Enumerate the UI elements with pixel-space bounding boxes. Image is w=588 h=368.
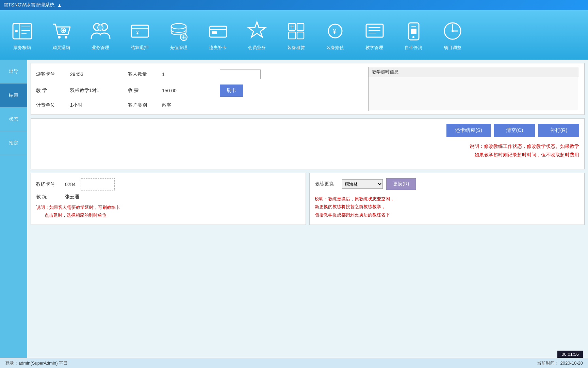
sidebar-item-exit[interactable]: 出导 (0, 60, 27, 83)
guest-count-value: 1 (162, 72, 213, 77)
customer-type-label: 客户类别 (128, 102, 155, 108)
svg-point-17 (171, 24, 186, 29)
teaching-row: 教 学 双板教学1对1 收 费 150.00 刷卡 (36, 82, 361, 99)
coach-card-label: 教练卡号 (36, 181, 60, 187)
coach-name-row: 教 练 张云通 (36, 194, 300, 200)
equipdamage-icon: ¥ (323, 19, 347, 43)
member-icon (245, 19, 269, 43)
guest-count-label: 客人数量 (128, 71, 155, 77)
nav-item-teaching[interactable]: 教学管理 (356, 13, 393, 57)
info-panel: 游客卡号 29453 客人数量 1 教 学 双板教学1对1 收 费 150.00… (31, 63, 585, 115)
guest-card-label: 游客卡号 (36, 71, 63, 77)
nav-label-purchase: 购买退销 (52, 45, 70, 51)
return-card-button[interactable]: 还卡结束(S) (446, 124, 491, 137)
svg-point-40 (412, 36, 414, 38)
topup-icon (167, 19, 191, 43)
guest-card-input[interactable] (220, 70, 261, 79)
nav-item-equiprent[interactable]: 装备租赁 (277, 13, 315, 57)
nav-label-member: 会员业务 (248, 45, 266, 51)
nav-label-selfstop: 自带停消 (405, 45, 422, 51)
nav-item-topup[interactable]: 充值管理 (160, 13, 197, 57)
unit-row: 计费单位 1小时 客户类别 散客 (36, 99, 361, 111)
nav-item-member[interactable]: 会员业务 (238, 13, 276, 57)
sidebar-item-status[interactable]: 状态 (0, 107, 27, 131)
unit-value: 1小时 (70, 102, 121, 108)
svg-point-2 (15, 30, 18, 32)
lostcard-icon (206, 19, 230, 43)
svg-rect-39 (411, 29, 416, 34)
fee-label: 收 费 (128, 88, 155, 94)
nav-label-teaching: 教学管理 (365, 45, 383, 51)
replace-select[interactable]: 康海林 (342, 179, 383, 189)
sidebar-label-exit: 出导 (9, 68, 18, 75)
coach-card-value: 0284 (65, 182, 76, 187)
teaching-label: 教 学 (36, 88, 63, 94)
nav-label-project: 项目调整 (444, 45, 461, 51)
nav-item-project[interactable]: 项目调整 (434, 13, 471, 57)
overtime-panel: 教学超时信息 (368, 67, 579, 111)
clear-button[interactable]: 清空(C) (494, 124, 535, 137)
coach-card-input[interactable] (81, 178, 115, 190)
nav-label-business: 业务管理 (92, 45, 109, 51)
replace-button[interactable]: 更换(R) (386, 178, 416, 190)
action-panel: 还卡结束(S) 清空(C) 补打(R) 说明：修改教练工作状态，修改教学状态。如… (31, 118, 585, 169)
current-time-value: 2020-10-20 (560, 361, 583, 366)
swipe-card-button[interactable]: 刷卡 (220, 85, 243, 97)
purchase-icon (49, 19, 73, 43)
reprint-button[interactable]: 补打(R) (538, 124, 579, 137)
overtime-title: 教学超时信息 (369, 67, 579, 77)
unit-label: 计费单位 (36, 102, 63, 108)
replace-label: 教练更换 (315, 181, 339, 187)
business-icon (88, 19, 112, 43)
ticket-icon (10, 19, 34, 43)
main-container: 出导 结束 状态 预定 游客卡号 29453 客人数量 1 教 (0, 60, 588, 358)
replace-panel: 教练更换 康海林 更换(R) 说明：教练更换后，原教练状态变空闲， 新更换的教练… (309, 173, 585, 225)
replace-row: 教练更换 康海林 更换(R) (315, 178, 579, 190)
svg-point-7 (65, 36, 67, 39)
equiprent-icon (284, 19, 308, 43)
svg-point-6 (58, 36, 61, 39)
svg-rect-27 (289, 32, 295, 39)
nav-label-lostcard: 遗失补卡 (209, 45, 227, 51)
svg-point-13 (98, 25, 103, 30)
nav-item-selfstop[interactable]: 自带停消 (395, 13, 432, 57)
coach-card-row: 教练卡号 0284 (36, 178, 300, 190)
sidebar-item-end[interactable]: 结束 (0, 83, 27, 107)
timer-badge: 00:01:56 (557, 351, 583, 358)
nav-label-topup: 充值管理 (170, 45, 187, 51)
nav-item-equipdamage[interactable]: ¥ 装备赔偿 (316, 13, 354, 57)
nav-item-purchase[interactable]: 购买退销 (43, 13, 80, 57)
timer-value: 00:01:56 (561, 352, 579, 357)
nav-label-checkout: 结算退押 (131, 45, 148, 51)
nav-item-checkout[interactable]: ¥ 结算退押 (121, 13, 158, 57)
content-area: 游客卡号 29453 客人数量 1 教 学 双板教学1对1 收 费 150.00… (27, 60, 588, 358)
teaching-value: 双板教学1对1 (70, 88, 121, 94)
nav-bar: 票务核销 购买退销 业务管理 (0, 10, 588, 60)
current-time-label: 当前时间： (537, 361, 559, 366)
nav-item-business[interactable]: 业务管理 (82, 13, 119, 57)
replace-notice: 说明：教练更换后，原教练状态变空闲， 新更换的教练将接替之前教练教学， 包括教学… (315, 195, 579, 219)
coach-name-label: 教 练 (36, 194, 60, 200)
status-bar: 登录：admin(SuperAdmin) 平日 当前时间： 2020-10-20 (0, 358, 588, 368)
customer-type-value: 散客 (162, 102, 213, 108)
nav-item-ticket[interactable]: 票务核销 (3, 13, 41, 57)
login-info: 登录：admin(SuperAdmin) 平日 (5, 360, 68, 366)
svg-rect-23 (212, 31, 217, 34)
checkout-icon: ¥ (128, 19, 151, 43)
action-notice: 说明：修改教练工作状态，修改教学状态。如果教学 如果教学超时则记录超时时间，但不… (36, 142, 579, 159)
sidebar-item-reserve[interactable]: 预定 (0, 131, 27, 155)
sidebar: 出导 结束 状态 预定 (0, 60, 27, 358)
project-icon (441, 19, 464, 43)
svg-rect-28 (297, 32, 304, 39)
nav-label-equipdamage: 装备赔偿 (326, 45, 344, 51)
fee-value: 150.00 (162, 88, 213, 93)
teaching-icon (362, 19, 386, 43)
nav-item-lostcard[interactable]: 遗失补卡 (199, 13, 236, 57)
sidebar-label-status: 状态 (9, 116, 18, 122)
title-bar: 雪TSNOW冰雪管理系统 ▲ (0, 0, 588, 10)
nav-label-ticket: 票务核销 (13, 45, 31, 51)
action-buttons: 还卡结束(S) 清空(C) 补打(R) (36, 124, 579, 137)
coach-notice: 说明：如果客人需要教学延时，可刷教练卡 点击延时，选择相应的到时单位 (36, 203, 300, 219)
current-time: 当前时间： 2020-10-20 (537, 360, 583, 366)
bottom-panels: 教练卡号 0284 教 练 张云通 说明：如果客人需要教学延时，可刷教练卡 点击… (31, 173, 585, 225)
